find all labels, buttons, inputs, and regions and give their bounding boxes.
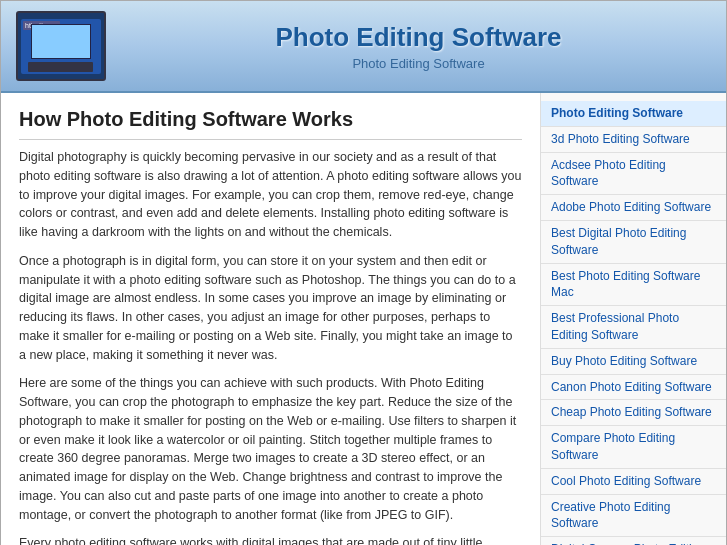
logo-screen	[31, 24, 91, 59]
sidebar-item-13[interactable]: Digital Camera Photo Editing Software	[541, 537, 726, 545]
site-title: Photo Editing Software	[126, 22, 711, 53]
header-text-block: Photo Editing Software Photo Editing Sof…	[126, 22, 711, 71]
sidebar-item-11[interactable]: Cool Photo Editing Software	[541, 469, 726, 495]
header: http://www Photo Editing Software Photo …	[1, 1, 726, 93]
paragraph-3: Here are some of the things you can achi…	[19, 374, 522, 524]
content-area: How Photo Editing Software Works Digital…	[1, 93, 726, 545]
sidebar-item-9[interactable]: Cheap Photo Editing Software	[541, 400, 726, 426]
sidebar-item-4[interactable]: Best Digital Photo Editing Software	[541, 221, 726, 264]
paragraph-2: Once a photograph is in digital form, yo…	[19, 252, 522, 365]
logo-keyboard	[28, 62, 93, 72]
sidebar-item-7[interactable]: Buy Photo Editing Software	[541, 349, 726, 375]
main-title: How Photo Editing Software Works	[19, 108, 522, 140]
page-wrapper: http://www Photo Editing Software Photo …	[0, 0, 727, 545]
site-subtitle: Photo Editing Software	[126, 56, 711, 71]
sidebar-item-12[interactable]: Creative Photo Editing Software	[541, 495, 726, 538]
sidebar: Photo Editing Software3d Photo Editing S…	[541, 93, 726, 545]
sidebar-item-2[interactable]: Acdsee Photo Editing Software	[541, 153, 726, 196]
sidebar-item-3[interactable]: Adobe Photo Editing Software	[541, 195, 726, 221]
sidebar-item-6[interactable]: Best Professional Photo Editing Software	[541, 306, 726, 349]
logo-inner: http://www	[21, 19, 101, 74]
main-body: Digital photography is quickly becoming …	[19, 148, 522, 545]
sidebar-item-5[interactable]: Best Photo Editing Software Mac	[541, 264, 726, 307]
sidebar-item-10[interactable]: Compare Photo Editing Software	[541, 426, 726, 469]
sidebar-item-8[interactable]: Canon Photo Editing Software	[541, 375, 726, 401]
paragraph-1: Digital photography is quickly becoming …	[19, 148, 522, 242]
main-content: How Photo Editing Software Works Digital…	[1, 93, 541, 545]
header-logo: http://www	[16, 11, 106, 81]
sidebar-item-0[interactable]: Photo Editing Software	[541, 101, 726, 127]
sidebar-item-1[interactable]: 3d Photo Editing Software	[541, 127, 726, 153]
paragraph-4: Every photo editing software works with …	[19, 534, 522, 545]
